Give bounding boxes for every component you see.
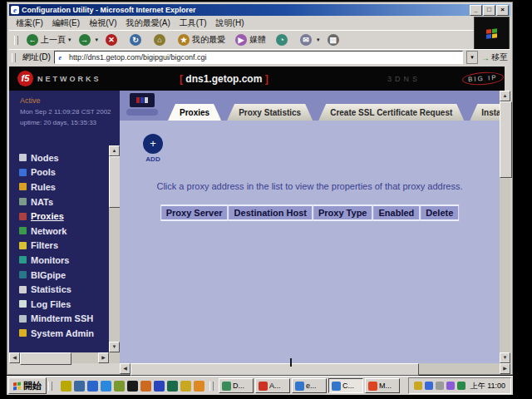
url-dropdown-button[interactable]: ▾ xyxy=(466,51,478,64)
quick-launch-icon[interactable] xyxy=(140,381,151,392)
scroll-down-icon[interactable]: ▼ xyxy=(500,352,510,363)
sidebar-item[interactable]: NATs xyxy=(9,195,109,209)
sidebar-item-icon xyxy=(19,213,27,220)
sidebar-hscroll-thumb[interactable] xyxy=(20,352,71,365)
task-button[interactable]: D... xyxy=(219,378,254,393)
quick-launch-icon[interactable] xyxy=(87,381,98,392)
maximize-button[interactable]: □ xyxy=(483,5,495,16)
task-button[interactable]: C... xyxy=(328,378,363,393)
tray-icon[interactable] xyxy=(436,382,444,390)
tab[interactable]: Proxy Statistics xyxy=(227,104,313,121)
quick-launch-icon[interactable] xyxy=(154,381,165,392)
proxy-table-header[interactable]: Proxy Server xyxy=(160,204,229,221)
toolbar-button[interactable]: ⌂ xyxy=(151,33,173,47)
toolbar-button[interactable]: → ▾ xyxy=(76,33,101,47)
toolbar-button-label: 我的最愛 xyxy=(192,34,225,46)
sidebar-item[interactable]: Statistics xyxy=(9,282,109,297)
toolbar-button[interactable]: ▶ 媒體 xyxy=(233,33,271,47)
sidebar-item[interactable]: Nodes xyxy=(9,150,109,165)
toolbar-button[interactable]: ✉ ▾ xyxy=(298,33,323,47)
url-text: http://dns1.getop.com/bigipgui/bigconf.c… xyxy=(69,53,207,62)
sidebar-item[interactable]: Pools xyxy=(9,165,109,180)
sidebar-item[interactable]: Log Files xyxy=(9,297,109,312)
tray-icon[interactable] xyxy=(425,382,433,390)
close-button[interactable]: × xyxy=(496,5,509,16)
sidebar-item-label: Proxies xyxy=(31,211,64,221)
sidebar-item[interactable]: Rules xyxy=(9,180,109,195)
scroll-up-icon[interactable]: ▲ xyxy=(500,91,510,101)
scroll-down-icon[interactable]: ▼ xyxy=(109,342,120,352)
quick-launch-icon[interactable] xyxy=(114,381,125,392)
scroll-up-icon[interactable]: ▲ xyxy=(109,145,120,156)
addressbar-grip[interactable] xyxy=(12,53,16,62)
main-vertical-scrollbar[interactable]: ▲ ▼ xyxy=(500,91,510,363)
taskbar-grip[interactable] xyxy=(48,382,52,391)
quick-launch-icon[interactable] xyxy=(101,381,111,392)
menu-item[interactable]: 工具(T) xyxy=(180,17,207,29)
tab-strip: Proxies Proxy Statistics Create SSL Cert… xyxy=(120,91,500,121)
toolbar-button[interactable]: ★ 我的最愛 xyxy=(175,33,230,47)
menu-item[interactable]: 說明(H) xyxy=(216,17,244,29)
tray-icon[interactable] xyxy=(414,382,422,390)
taskbar-grip-2[interactable] xyxy=(209,382,214,391)
minimize-button[interactable]: _ xyxy=(470,5,482,16)
sidebar-item[interactable]: System Admin xyxy=(9,326,109,341)
quick-launch-icon[interactable] xyxy=(127,381,138,392)
sidebar-item[interactable]: Monitors xyxy=(9,253,109,268)
proxy-table-header[interactable]: Delete xyxy=(420,204,459,221)
menu-item[interactable]: 檢視(V) xyxy=(89,17,116,29)
task-button[interactable]: e... xyxy=(292,378,327,393)
sidebar-item[interactable]: BIGpipe xyxy=(9,268,109,283)
tab[interactable]: Proxies xyxy=(168,104,221,121)
add-button[interactable]: + ADD xyxy=(138,134,168,163)
main-horizontal-scrollbar[interactable]: ◀ ▶ xyxy=(120,363,510,374)
menu-item[interactable]: 檔案(F) xyxy=(16,17,43,29)
quick-launch-icon[interactable] xyxy=(180,381,191,392)
toolbar-button-icon: ← xyxy=(27,34,38,46)
toolbar-button[interactable]: ↻ xyxy=(127,33,149,47)
task-button[interactable]: A... xyxy=(255,378,290,393)
sidebar-vertical-scrollbar[interactable]: ▲ ▼ xyxy=(109,145,120,352)
menu-item[interactable]: 編輯(E) xyxy=(52,17,80,29)
tab[interactable]: Create SSL Certificate Request xyxy=(318,104,464,121)
scroll-left-icon[interactable]: ◀ xyxy=(120,363,131,374)
toolbar-button[interactable]: ✕ xyxy=(103,33,125,47)
sidebar-horizontal-scrollbar[interactable]: ◀ ▶ xyxy=(9,352,109,363)
quick-launch-icon[interactable] xyxy=(61,381,71,392)
quick-launch-icon[interactable] xyxy=(194,381,204,392)
proxy-table-header[interactable]: Enabled xyxy=(372,204,420,221)
sidebar-item[interactable]: Network xyxy=(9,224,109,239)
window-title: Configuration Utility - Microsoft Intern… xyxy=(22,6,469,14)
video-capture-frame: e Configuration Utility - Microsoft Inte… xyxy=(0,0,532,399)
tray-icon[interactable] xyxy=(446,382,455,390)
title-bar[interactable]: e Configuration Utility - Microsoft Inte… xyxy=(9,4,510,16)
quick-launch-icon[interactable] xyxy=(167,381,178,392)
sidebar-item[interactable]: Proxies xyxy=(9,209,109,224)
chevron-down-icon: ▾ xyxy=(68,37,71,43)
scroll-right-icon[interactable]: ▶ xyxy=(500,363,510,374)
task-button[interactable]: M... xyxy=(365,378,400,393)
proxy-table-header[interactable]: Destination Host xyxy=(229,204,313,221)
tray-icon[interactable] xyxy=(457,382,466,390)
taskbar: 開始 xyxy=(7,376,513,395)
scroll-left-icon[interactable]: ◀ xyxy=(9,352,20,363)
sidebar-item-label: Statistics xyxy=(31,284,71,294)
menu-item[interactable]: 我的最愛(A) xyxy=(126,17,170,29)
main-hscroll-thumb[interactable] xyxy=(131,363,419,376)
proxy-table-header[interactable]: Proxy Type xyxy=(313,204,373,221)
toolbar-button[interactable]: ← 上一頁 ▾ xyxy=(24,33,74,47)
task-button-label: M... xyxy=(379,382,392,390)
url-input[interactable]: e http://dns1.getop.com/bigipgui/bigconf… xyxy=(54,51,463,64)
sidebar-item[interactable]: Mindterm SSH xyxy=(9,312,109,327)
quick-launch-icon[interactable] xyxy=(74,381,85,392)
sidebar-item[interactable]: Filters xyxy=(9,239,109,254)
toolbar-button[interactable]: ◔ xyxy=(273,33,295,47)
tab[interactable]: Install SSL Certifi xyxy=(470,104,500,121)
scroll-right-icon[interactable]: ▶ xyxy=(98,352,109,363)
toolbar-button[interactable]: ▤ xyxy=(325,33,347,47)
go-button[interactable]: → 移至 xyxy=(481,52,508,63)
start-button[interactable]: 開始 xyxy=(8,377,47,394)
taskbar-clock[interactable]: 上午 11:00 xyxy=(470,381,505,392)
toolbar-grip[interactable] xyxy=(14,36,18,45)
main-scroll-thumb[interactable] xyxy=(500,101,512,178)
